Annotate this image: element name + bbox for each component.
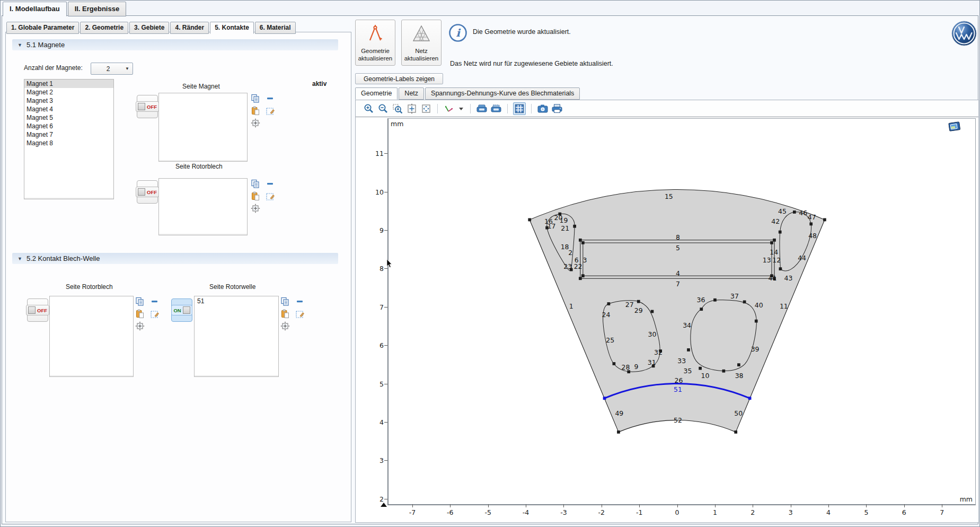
zoom-extents-icon[interactable]	[420, 103, 432, 115]
x-axis-tick-label: -4	[523, 508, 529, 516]
view-tab-netz[interactable]: Netz	[399, 87, 424, 100]
tab-ergebnisse[interactable]: II. Ergebnisse	[68, 2, 127, 16]
collapse-triangle-icon: ▼	[17, 42, 22, 48]
zoom-to-selection-icon[interactable]	[251, 204, 260, 213]
x-axis-tick	[828, 504, 829, 507]
remove-icon[interactable]	[266, 94, 275, 103]
copy-icon[interactable]	[135, 297, 145, 306]
selection-entry[interactable]: 51	[195, 296, 278, 305]
tab-geometrie[interactable]: 2. Geometrie	[80, 22, 128, 34]
vw-logo	[951, 21, 977, 48]
list-item[interactable]: Magnet 7	[24, 130, 113, 139]
seite-magnet-selection-box[interactable]	[158, 93, 248, 162]
tab-material[interactable]: 6. Material	[255, 22, 296, 34]
geometrie-labels-button[interactable]: Geometrie-Labels zeigen	[355, 73, 443, 84]
x-axis-tick-label: -7	[409, 508, 416, 516]
graphics-toolbar	[356, 100, 978, 117]
y-axis-tick-label: 10	[375, 188, 384, 196]
zoom-box-icon[interactable]	[392, 103, 403, 115]
zoom-out-icon[interactable]	[377, 103, 389, 115]
y-axis-tick	[384, 307, 387, 308]
list-item[interactable]: Magnet 1	[24, 80, 113, 88]
x-axis-tick-label: -6	[447, 508, 453, 516]
copy-icon[interactable]	[251, 179, 260, 189]
y-axis-tick-label: 7	[379, 303, 384, 311]
collapse-triangle-icon: ▼	[17, 256, 22, 261]
tab-kontakte[interactable]: 5. Kontakte	[210, 22, 254, 34]
seite-rotorblech-toggle[interactable]: OFF	[137, 180, 158, 204]
paste-icon[interactable]	[280, 309, 290, 319]
copy-icon[interactable]	[280, 297, 290, 306]
clear-selection-icon[interactable]	[266, 191, 275, 201]
list-item[interactable]: Magnet 2	[24, 88, 113, 96]
toolbar-separator	[470, 104, 471, 113]
y-axis-tick-label: 2	[379, 495, 384, 503]
clear-selection-icon[interactable]	[295, 309, 305, 319]
zoom-selected-icon[interactable]	[406, 103, 418, 115]
plot-window-icon[interactable]	[948, 121, 961, 134]
netz-aktualisieren-button[interactable]: Netz aktualisieren	[401, 20, 442, 66]
x-axis-tick-label: 7	[940, 508, 944, 516]
tab-globale-parameter[interactable]: 1. Globale Parameter	[6, 22, 79, 34]
list-item[interactable]: Magnet 5	[24, 113, 113, 122]
image-snapshot-icon[interactable]	[476, 103, 488, 115]
x-axis-tick-label: 1	[713, 508, 717, 516]
model-step-tab-bar: 1. Globale Parameter 2. Geometrie 3. Geb…	[6, 22, 297, 34]
tab-raender[interactable]: 4. Ränder	[170, 22, 209, 34]
x-axis-tick	[677, 504, 678, 507]
print-icon[interactable]	[551, 103, 563, 115]
plot-frame[interactable]: mm mm	[387, 118, 976, 505]
x-axis-tick	[488, 504, 489, 507]
kontakt-rotorwelle-selection-icons	[280, 297, 306, 331]
list-item[interactable]: Magnet 4	[24, 105, 113, 113]
view-axes-dropdown-icon[interactable]	[457, 103, 465, 115]
list-item[interactable]: Magnet 6	[24, 122, 113, 130]
paste-icon[interactable]	[135, 309, 145, 319]
view-axes-icon[interactable]	[443, 103, 455, 115]
copy-icon[interactable]	[251, 94, 260, 103]
view-tab-geometrie[interactable]: Geometrie	[355, 87, 398, 100]
zoom-to-selection-icon[interactable]	[251, 118, 260, 128]
clear-selection-icon[interactable]	[150, 309, 160, 319]
camera-icon[interactable]	[537, 103, 549, 115]
button-label: Geometrie aktualisieren	[356, 47, 395, 62]
list-item[interactable]: Magnet 3	[24, 96, 113, 105]
tab-gebiete[interactable]: 3. Gebiete	[129, 22, 169, 34]
kontakt-rotorblech-toggle[interactable]: OFF	[27, 298, 48, 322]
kontakt-rotorblech-selection-box[interactable]	[49, 296, 134, 377]
section-header-magnete[interactable]: ▼ 5.1 Magnete	[12, 39, 338, 50]
zoom-to-selection-icon[interactable]	[280, 321, 290, 331]
list-item[interactable]: Magnet 8	[24, 139, 113, 147]
y-axis-tick	[384, 384, 387, 384]
seite-magnet-toggle[interactable]: OFF	[137, 95, 158, 118]
tab-modellaufbau[interactable]: I. Modellaufbau	[3, 2, 67, 16]
section-header-kontakt[interactable]: ▼ 5.2 Kontakt Blech-Welle	[12, 253, 338, 264]
paste-icon[interactable]	[251, 106, 260, 116]
paste-icon[interactable]	[251, 191, 260, 201]
seite-rotorblech-selection-box[interactable]	[158, 178, 248, 235]
x-axis-tick	[791, 504, 791, 507]
image-export-icon[interactable]	[490, 103, 502, 115]
geometrie-aktualisieren-button[interactable]: Geometrie aktualisieren	[355, 20, 395, 66]
view-tab-spannungs-dehnungs-kurve[interactable]: Spannungs-Dehnungs-Kurve des Blechmateri…	[425, 87, 580, 100]
kontakt-rotorwelle-selection-box[interactable]: 51	[194, 296, 279, 377]
magnet-listbox[interactable]: Magnet 1Magnet 2Magnet 3Magnet 4Magnet 5…	[24, 79, 114, 199]
x-axis-tick-label: 0	[675, 508, 679, 516]
kontakt-rotorwelle-toggle[interactable]: ON	[171, 298, 192, 322]
toolbar-separator	[507, 104, 508, 113]
remove-icon[interactable]	[295, 297, 305, 306]
x-axis-tick	[753, 504, 753, 507]
zoom-in-icon[interactable]	[363, 103, 375, 115]
grid-icon[interactable]	[513, 102, 526, 115]
clear-selection-icon[interactable]	[266, 106, 275, 116]
x-axis-tick	[602, 504, 602, 507]
remove-icon[interactable]	[266, 179, 275, 189]
zoom-to-selection-icon[interactable]	[135, 321, 145, 331]
remove-icon[interactable]	[150, 297, 160, 306]
anzahl-magnete-select[interactable]: 2 ▼	[91, 63, 133, 75]
seite-rotorblech-title: Seite Rotorblech	[175, 163, 223, 170]
x-axis-tick-label: 6	[902, 508, 906, 516]
x-axis-tick	[563, 504, 564, 507]
info-icon: i	[448, 23, 467, 45]
chevron-down-icon: ▼	[125, 66, 133, 71]
